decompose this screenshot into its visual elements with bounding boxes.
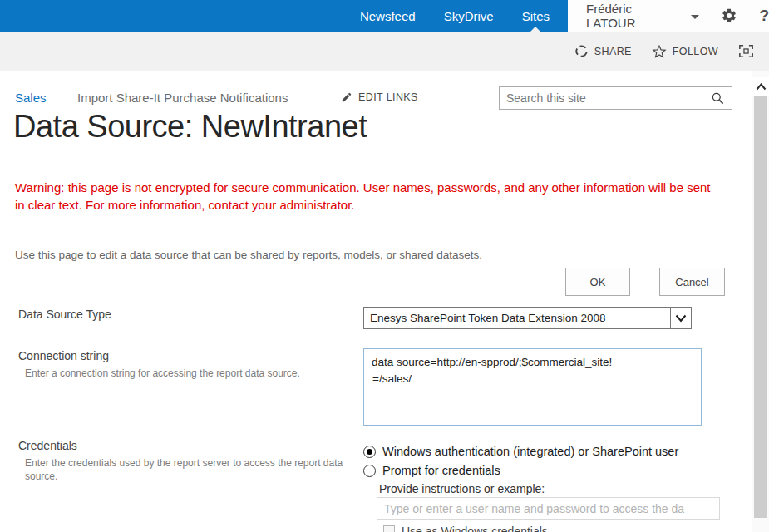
breadcrumb-page-link[interactable]: Import Share-It Purchase Notifications bbox=[77, 91, 288, 105]
edit-links-button[interactable]: EDIT LINKS bbox=[341, 91, 418, 103]
ok-button[interactable]: OK bbox=[565, 268, 630, 296]
help-icon[interactable]: ? bbox=[759, 7, 769, 25]
nav-sites[interactable]: Sites bbox=[522, 9, 550, 23]
sharepoint-data-source-page: Newsfeed SkyDrive Sites Frédéric LATOUR … bbox=[0, 0, 769, 532]
data-source-type-select[interactable]: Enesys SharePoint Token Data Extension 2… bbox=[363, 307, 692, 329]
connection-string-help: Enter a connection string for accessing … bbox=[25, 367, 357, 380]
suite-bar-user-area: Frédéric LATOUR ? bbox=[568, 0, 769, 32]
star-icon bbox=[652, 44, 667, 59]
breadcrumb-site-link[interactable]: Sales bbox=[15, 91, 47, 105]
radio-unselected-icon bbox=[363, 465, 376, 477]
edit-links-label: EDIT LINKS bbox=[358, 91, 418, 103]
checkbox-icon bbox=[383, 525, 395, 532]
share-icon bbox=[574, 44, 589, 58]
data-source-type-label: Data Source Type bbox=[18, 308, 111, 321]
follow-label: FOLLOW bbox=[673, 46, 718, 57]
page-content: Sales Import Share-It Purchase Notificat… bbox=[0, 71, 752, 532]
cancel-button[interactable]: Cancel bbox=[659, 268, 725, 296]
select-dropdown-arrow-icon[interactable] bbox=[670, 308, 691, 328]
share-label: SHARE bbox=[594, 46, 632, 57]
radio-windows-authentication[interactable]: Windows authentication (integrated) or S… bbox=[363, 445, 678, 458]
follow-button[interactable]: FOLLOW bbox=[652, 44, 718, 59]
radio-windows-authentication-label: Windows authentication (integrated) or S… bbox=[382, 445, 678, 458]
focus-icon bbox=[738, 44, 754, 58]
connection-string-label: Connection string bbox=[18, 349, 109, 362]
chevron-down-icon bbox=[691, 15, 699, 19]
nav-newsfeed[interactable]: Newsfeed bbox=[360, 9, 416, 23]
search-box bbox=[499, 86, 732, 110]
scrollbar-up-arrow[interactable] bbox=[752, 77, 769, 96]
radio-prompt-for-credentials[interactable]: Prompt for credentials bbox=[363, 464, 500, 477]
connection-string-line1: data source=http://en-spprod/;$commercia… bbox=[372, 354, 693, 371]
page-description: Use this page to edit a data source that… bbox=[15, 249, 482, 261]
nav-skydrive[interactable]: SkyDrive bbox=[444, 9, 494, 23]
scrollbar-thumb[interactable] bbox=[754, 96, 767, 518]
user-menu[interactable]: Frédéric LATOUR bbox=[586, 2, 699, 30]
credentials-help: Enter the credentials used by the report… bbox=[25, 456, 356, 483]
connection-string-line2: =/sales/ bbox=[372, 371, 693, 387]
provide-instructions-label: Provide instructions or example: bbox=[379, 482, 545, 495]
ribbon-bar: SHARE FOLLOW bbox=[0, 32, 769, 71]
connection-string-textarea[interactable]: data source=http://en-spprod/;$commercia… bbox=[363, 348, 702, 426]
vertical-scrollbar bbox=[752, 71, 769, 532]
suite-bar-nav: Newsfeed SkyDrive Sites bbox=[0, 0, 568, 32]
data-source-type-value: Enesys SharePoint Token Data Extension 2… bbox=[364, 308, 670, 328]
user-name: Frédéric LATOUR bbox=[586, 2, 684, 30]
use-as-windows-credentials-checkbox-row[interactable]: Use as Windows credentials bbox=[383, 525, 548, 532]
search-input[interactable] bbox=[500, 91, 711, 105]
suite-bar: Newsfeed SkyDrive Sites Frédéric LATOUR … bbox=[0, 0, 769, 32]
radio-selected-icon bbox=[363, 446, 376, 458]
pencil-icon bbox=[341, 91, 352, 103]
page-title: Data Source: NewIntranet bbox=[13, 109, 367, 145]
security-warning-text: Warning: this page is not encrypted for … bbox=[15, 179, 723, 214]
focus-on-content-button[interactable] bbox=[738, 44, 754, 58]
search-icon[interactable] bbox=[711, 91, 732, 106]
share-button[interactable]: SHARE bbox=[574, 44, 632, 58]
instructions-input[interactable] bbox=[377, 497, 720, 520]
credentials-label: Credentials bbox=[18, 439, 77, 452]
radio-prompt-for-credentials-label: Prompt for credentials bbox=[382, 464, 500, 477]
nav-sites-label: Sites bbox=[522, 9, 550, 23]
gear-icon[interactable] bbox=[721, 7, 737, 24]
use-as-windows-credentials-label: Use as Windows credentials bbox=[402, 525, 548, 532]
